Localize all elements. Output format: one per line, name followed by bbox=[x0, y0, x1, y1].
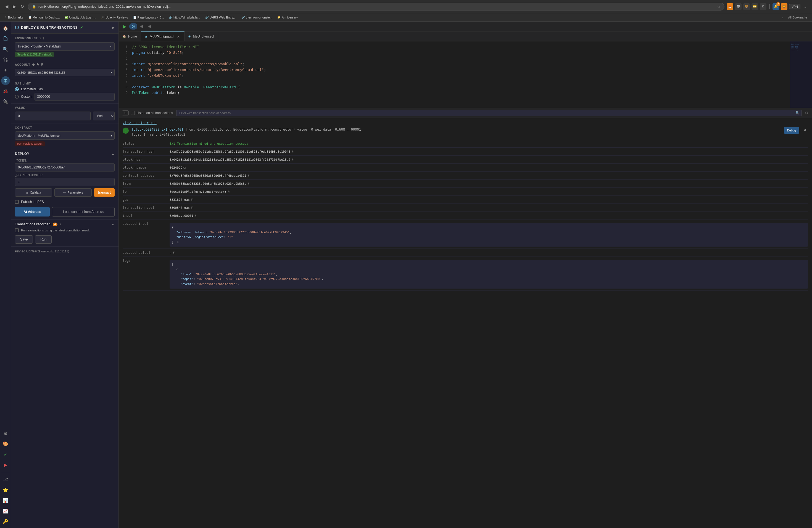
decoded-input-copy-icon[interactable]: ⎘ bbox=[177, 240, 179, 244]
sidebar-plugin-icon[interactable]: 🔌 bbox=[1, 97, 10, 106]
terminal-search-input[interactable] bbox=[176, 109, 802, 116]
transact-button[interactable]: transact bbox=[94, 188, 115, 196]
sidebar-file-icon[interactable] bbox=[1, 34, 10, 43]
more-bookmarks[interactable]: » bbox=[779, 15, 785, 20]
simplydalla-bookmark[interactable]: 🔗 https://simplydalla... bbox=[167, 15, 202, 20]
listen-checkbox[interactable] bbox=[131, 111, 135, 115]
sidebar-verified-icon[interactable]: ✓ bbox=[1, 450, 10, 459]
account-select[interactable]: 0x560...B5C3c (0.23998984313155 ▾ bbox=[15, 69, 115, 76]
value-input[interactable] bbox=[15, 112, 91, 120]
sidebar-deploy-icon[interactable] bbox=[1, 76, 10, 85]
notification-icon[interactable]: 🔔 2 bbox=[772, 3, 779, 10]
bookmarks-link[interactable]: ☆ Bookmarks bbox=[2, 15, 25, 20]
calldata-button[interactable]: ⧉ Calldata bbox=[15, 188, 52, 196]
forward-button[interactable]: ▶ bbox=[11, 3, 18, 10]
terminal-settings-icon[interactable]: ⚙ bbox=[805, 111, 809, 115]
sidebar-home-icon[interactable]: 🏠 bbox=[1, 24, 10, 33]
account-edit-icon[interactable]: ✎ bbox=[37, 63, 40, 67]
tab-meutoken[interactable]: ◉ MeUToken.sol bbox=[185, 31, 218, 41]
all-bookmarks[interactable]: All Bookmarks bbox=[786, 15, 810, 20]
publish-ipfs-checkbox[interactable] bbox=[15, 200, 19, 204]
to-row: to EducationPlatform.(constructor)⎘ bbox=[122, 188, 808, 196]
code-content[interactable]: // SPDX-License-Identifier: MIT pragma s… bbox=[130, 41, 812, 108]
tx-cost-copy-icon[interactable]: ⎘ bbox=[191, 206, 193, 210]
unit-select[interactable]: Wei Gwei Finney Ether bbox=[93, 112, 115, 120]
block-hash-copy-icon[interactable]: ⎘ bbox=[292, 158, 294, 162]
sidebar-compile-icon[interactable]: ✦ bbox=[1, 66, 10, 75]
decoded-output-copy-icon[interactable]: ⎘ bbox=[173, 251, 175, 254]
debug-button[interactable]: Debug bbox=[784, 127, 799, 134]
etherscan-link[interactable]: view on etherscan bbox=[122, 121, 808, 125]
vpn-badge[interactable]: VPN bbox=[789, 4, 800, 10]
play-button[interactable]: ▶ bbox=[121, 23, 128, 31]
input-copy-icon[interactable]: ⎘ bbox=[195, 214, 197, 218]
mentorship-bookmark[interactable]: 📋 Mentorship Dashb... bbox=[26, 15, 62, 20]
tx-collapse-icon[interactable] bbox=[111, 222, 115, 226]
chronicmonste-bookmark[interactable]: 🔗 thechronicmonste... bbox=[239, 15, 275, 20]
sidebar-star-icon[interactable]: ⭐ bbox=[1, 485, 10, 494]
brave-icon[interactable]: 🦁 bbox=[743, 3, 750, 10]
uhrs-bookmark[interactable]: 🔗 UHRS Web Entry:... bbox=[203, 15, 239, 20]
gas-copy-icon[interactable]: ⎘ bbox=[191, 198, 193, 202]
sidebar-git2-icon[interactable]: ⎇ bbox=[1, 475, 10, 484]
bookmark-star-icon[interactable]: ☆ bbox=[717, 5, 720, 9]
environment-select[interactable]: Injected Provider - MetaMask ▾ bbox=[15, 42, 115, 50]
reg-fee-input[interactable] bbox=[15, 178, 115, 186]
contract-address-copy-icon[interactable]: ⎘ bbox=[248, 174, 250, 178]
custom-gas-radio[interactable] bbox=[15, 95, 19, 99]
load-contract-button[interactable]: Load contract from Address bbox=[52, 207, 115, 217]
meuplatform-tab-close[interactable]: ✕ bbox=[176, 35, 180, 39]
run-tx-checkbox[interactable] bbox=[15, 229, 19, 232]
sidebar-search-icon[interactable]: 🔍 bbox=[1, 45, 10, 54]
zoom-in-button[interactable]: ⊕ bbox=[146, 23, 153, 30]
back-button[interactable]: ◀ bbox=[3, 3, 10, 10]
zoom-out-button[interactable]: ⊖ bbox=[139, 23, 145, 30]
ext-icon-4[interactable]: ⚙ bbox=[760, 3, 766, 10]
sidebar-git-icon[interactable] bbox=[1, 55, 10, 64]
brave-rewards-icon[interactable]: 🦁 bbox=[781, 3, 787, 10]
page-layouts-bookmark[interactable]: 📄 Page Layouts × B... bbox=[131, 15, 166, 20]
collapse-editor-icon[interactable]: ◀ bbox=[119, 71, 119, 78]
account-copy-icon[interactable]: ⎘ bbox=[41, 63, 43, 67]
sidebar-key-icon[interactable]: 🔑 bbox=[1, 517, 10, 526]
bookmarks-icon: ☆ bbox=[4, 16, 7, 19]
parameters-button[interactable]: ≔ Parameters bbox=[54, 188, 92, 196]
sidebar-youtube-icon[interactable]: ▶ bbox=[1, 460, 10, 469]
fox-extension-icon[interactable]: 🦊 bbox=[727, 3, 733, 10]
sidebar-theme-icon[interactable]: 🎨 bbox=[1, 439, 10, 448]
listen-checkbox-row[interactable]: Listen on all transactions bbox=[131, 111, 173, 115]
tab-meuplat[interactable]: ◉ MeUPlatform.sol ✕ bbox=[141, 31, 185, 41]
tx-expand-collapse-icon[interactable]: ▲ bbox=[802, 127, 808, 131]
custom-gas-input[interactable] bbox=[34, 93, 115, 101]
panel-arrow-icon[interactable]: ▶ bbox=[112, 26, 115, 30]
env-info-icon[interactable]: ℹ bbox=[40, 36, 41, 40]
at-address-button[interactable]: At Address bbox=[15, 207, 50, 217]
reload-button[interactable]: ↻ bbox=[19, 3, 26, 10]
metamask-icon[interactable]: 🐺 bbox=[735, 3, 742, 10]
deploy-collapse-icon[interactable] bbox=[111, 152, 115, 156]
sidebar-debug-icon[interactable]: 🐞 bbox=[1, 87, 10, 96]
run-button[interactable]: Run bbox=[35, 235, 52, 244]
sidebar-analytics-icon[interactable]: 📊 bbox=[1, 496, 10, 505]
sidebar-graph-icon[interactable]: 📈 bbox=[1, 507, 10, 515]
from-copy-icon[interactable]: ⎘ bbox=[248, 182, 250, 186]
menu-icon[interactable]: ≡ bbox=[802, 3, 809, 10]
token-param-input[interactable] bbox=[15, 163, 115, 172]
tab-home[interactable]: 🏠 Home bbox=[119, 31, 141, 41]
tx-info-icon[interactable]: ℹ bbox=[60, 223, 61, 226]
address-bar[interactable]: 🔒 remix.ethereum.org/#lang=en&optimize=f… bbox=[28, 3, 724, 11]
wallet-icon[interactable]: 💳 bbox=[752, 3, 758, 10]
to-copy-icon[interactable]: ⎘ bbox=[228, 190, 230, 194]
udacity-job-bookmark[interactable]: ✅ Udacity Job Log - ... bbox=[62, 15, 98, 20]
toggle-button[interactable]: ⊙ bbox=[129, 23, 137, 30]
sidebar-settings-icon[interactable]: ⚙ bbox=[1, 429, 10, 438]
env-question-icon[interactable]: ? bbox=[43, 37, 45, 40]
account-plus-icon[interactable]: ⊕ bbox=[32, 63, 35, 67]
udacity-reviews-bookmark[interactable]: 🎓 Udacity Reviews bbox=[99, 15, 130, 20]
contract-select[interactable]: MeUPlatform - MeUPlatform.sol ▾ bbox=[15, 131, 115, 140]
tx-hash-copy-icon[interactable]: ⎘ bbox=[292, 150, 294, 153]
estimated-gas-radio[interactable] bbox=[15, 87, 19, 91]
save-button[interactable]: Save bbox=[15, 235, 33, 244]
anniversary-bookmark[interactable]: 📁 Anniversary bbox=[275, 15, 300, 20]
block-number-link-icon[interactable]: ⧉ bbox=[184, 166, 186, 170]
